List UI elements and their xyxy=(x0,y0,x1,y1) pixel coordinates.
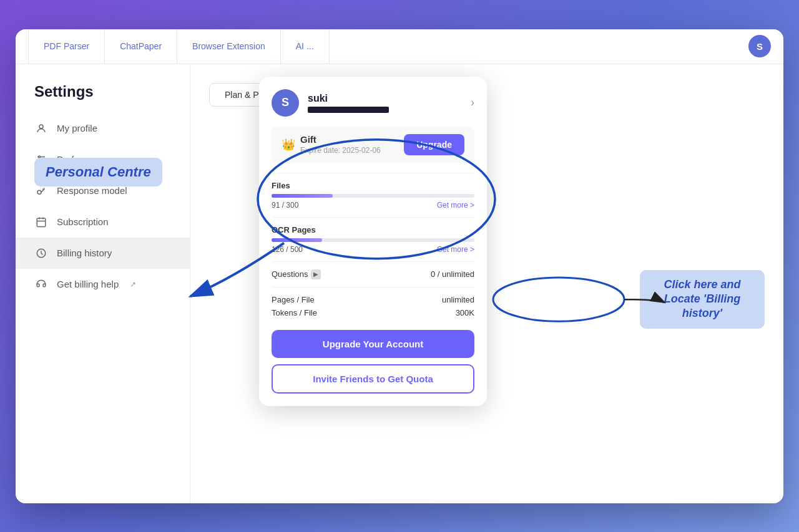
plan-crown-icon: 👑 xyxy=(282,138,295,152)
nav-billing-history[interactable]: Billing history xyxy=(16,238,190,269)
tab-bar: PDF Parser ChatPaper Browser Extension A… xyxy=(16,29,783,64)
invite-friends-button[interactable]: Invite Friends to Get Quota xyxy=(272,364,474,394)
questions-info-icon: ▶ xyxy=(311,269,321,279)
files-get-more-link[interactable]: Get more > xyxy=(437,201,474,210)
plan-name: Gift xyxy=(300,134,381,145)
click-here-annotation: Click here and Locate 'Billing history' xyxy=(640,270,765,329)
divider-1 xyxy=(272,173,474,173)
plan-expire: Expire date: 2025-02-06 xyxy=(300,146,381,155)
chevron-right-icon[interactable]: › xyxy=(471,96,474,109)
ocr-progress-fill xyxy=(272,238,322,242)
clock-icon xyxy=(34,246,48,260)
plan-text: Gift Expire date: 2025-02-06 xyxy=(300,134,381,155)
tab-ai[interactable]: AI ... xyxy=(281,29,330,64)
pages-file-row: Pages / File unlimited xyxy=(272,295,474,304)
main-window: PDF Parser ChatPaper Browser Extension A… xyxy=(16,29,783,503)
files-quota-row: 91 / 300 Get more > xyxy=(272,201,474,210)
questions-row: Questions ▶ 0 / unlimited xyxy=(272,269,474,279)
user-header: S suki › xyxy=(272,89,474,117)
tab-browser-extension[interactable]: Browser Extension xyxy=(177,29,281,64)
personal-centre-annotation: Personal Centre xyxy=(34,158,162,186)
settings-sidebar: Settings My profile Preference xyxy=(16,64,190,503)
files-progress-bg xyxy=(272,194,474,198)
nav-get-billing-help-label: Get billing help xyxy=(57,279,119,289)
ocr-count: 126 / 500 xyxy=(272,245,303,254)
tokens-file-row: Tokens / File 300K xyxy=(272,308,474,317)
files-progress-fill xyxy=(272,194,333,198)
ocr-quota-row: 126 / 500 Get more > xyxy=(272,245,474,254)
nav-subscription[interactable]: Subscription xyxy=(16,206,190,238)
files-quota-section: Files 91 / 300 Get more > xyxy=(272,181,474,210)
svg-rect-8 xyxy=(37,218,46,227)
user-dropdown-popup: S suki › 👑 Gift Expire date: 2025-02-06 … xyxy=(259,77,487,406)
user-avatar: S xyxy=(272,89,299,117)
nav-my-profile[interactable]: My profile xyxy=(16,113,190,144)
divider-3 xyxy=(272,261,474,262)
upgrade-button-small[interactable]: Upgrade xyxy=(404,134,464,155)
questions-value: 0 / unlimited xyxy=(431,269,474,279)
nav-my-profile-label: My profile xyxy=(57,123,97,133)
files-label: Files xyxy=(272,181,474,190)
personal-centre-label: Personal Centre xyxy=(34,158,162,186)
upgrade-account-button[interactable]: Upgrade Your Account xyxy=(272,330,474,358)
tab-chatpaper[interactable]: ChatPaper xyxy=(105,29,177,64)
svg-point-7 xyxy=(37,190,41,194)
nav-subscription-label: Subscription xyxy=(57,216,109,227)
person-icon xyxy=(34,122,48,135)
nav-billing-history-label: Billing history xyxy=(57,248,112,258)
nav-get-billing-help[interactable]: Get billing help ↗ xyxy=(16,269,190,300)
pages-file-label: Pages / File xyxy=(272,295,315,304)
pages-file-value: unlimited xyxy=(442,295,474,304)
questions-label: Questions ▶ xyxy=(272,269,321,279)
external-link-icon: ↗ xyxy=(130,280,136,289)
user-info: suki xyxy=(308,93,462,113)
user-name: suki xyxy=(308,93,462,104)
divider-4 xyxy=(272,287,474,288)
svg-point-0 xyxy=(39,125,43,128)
ocr-quota-section: OCR Pages 126 / 500 Get more > xyxy=(272,225,474,254)
calendar-icon xyxy=(34,215,48,229)
divider-2 xyxy=(272,217,474,218)
tab-pdf-parser[interactable]: PDF Parser xyxy=(28,29,105,64)
tokens-file-label: Tokens / File xyxy=(272,308,317,317)
tokens-file-value: 300K xyxy=(456,308,474,317)
settings-title: Settings xyxy=(16,83,190,113)
ocr-label: OCR Pages xyxy=(272,225,474,235)
plan-row: 👑 Gift Expire date: 2025-02-06 Upgrade xyxy=(272,127,474,163)
ocr-get-more-link[interactable]: Get more > xyxy=(437,245,474,254)
ocr-progress-bg xyxy=(272,238,474,242)
plan-info: 👑 Gift Expire date: 2025-02-06 xyxy=(282,134,381,155)
nav-response-model-label: Response model xyxy=(57,185,127,196)
files-count: 91 / 300 xyxy=(272,201,298,210)
headset-icon xyxy=(34,278,48,291)
content-area: Settings My profile Preference xyxy=(16,64,783,503)
user-email-masked xyxy=(308,107,389,113)
user-avatar-tab[interactable]: S xyxy=(748,35,771,57)
